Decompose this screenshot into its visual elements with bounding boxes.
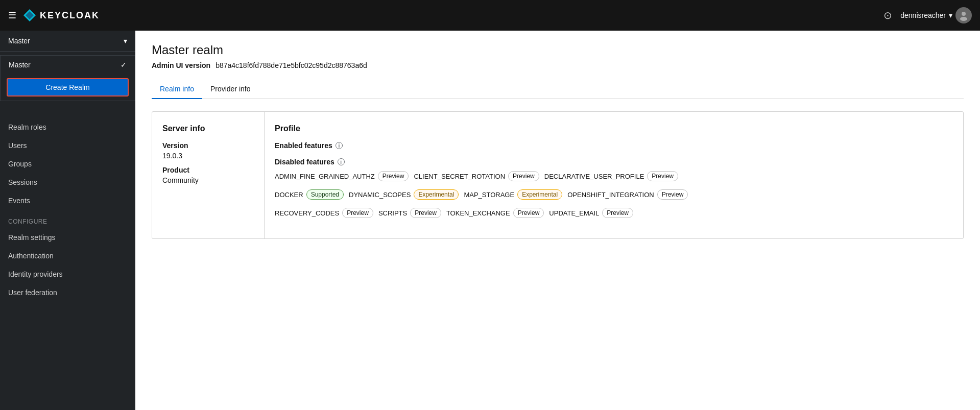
badge-preview: Preview xyxy=(378,171,409,181)
feature-name: UPDATE_EMAIL xyxy=(549,209,599,217)
svg-point-2 xyxy=(962,12,966,16)
sidebar-item-label: User federation xyxy=(8,288,57,297)
sidebar-item-groups[interactable]: Groups xyxy=(0,155,135,173)
feature-client-secret-rotation: CLIENT_SECRET_ROTATION Preview xyxy=(414,171,539,181)
sidebar-item-label: Identity providers xyxy=(8,270,63,278)
version-label: Version xyxy=(162,141,254,150)
feature-name: RECOVERY_CODES xyxy=(275,209,339,217)
main-content: Master realm Admin UI version b87a4c18f6… xyxy=(135,31,980,410)
server-info-panel: Server info Version 19.0.3 Product Commu… xyxy=(152,112,265,238)
sidebar-item-label: Realm roles xyxy=(8,123,46,131)
feature-name: MAP_STORAGE xyxy=(464,191,514,199)
enabled-features-label: Enabled features i xyxy=(275,141,953,150)
tab-label: Realm info xyxy=(160,85,194,93)
hamburger-menu-icon[interactable]: ☰ xyxy=(8,10,16,21)
badge-preview: Preview xyxy=(513,208,544,218)
realm-option-label: Master xyxy=(9,61,31,69)
badge-preview: Preview xyxy=(342,208,373,218)
logo-text: KEYCLOAK xyxy=(40,10,100,21)
badge-preview: Preview xyxy=(602,208,633,218)
user-info[interactable]: dennisreacher ▾ xyxy=(900,7,972,23)
sidebar-item-events[interactable]: Events xyxy=(0,191,135,210)
feature-name: SCRIPTS xyxy=(378,209,407,217)
sidebar-item-label: Groups xyxy=(8,160,32,168)
tabs: Realm info Provider info xyxy=(152,80,964,99)
sidebar-nav: Realm roles Users Groups Sessions Events… xyxy=(0,118,135,302)
navbar-right: ⊙ dennisreacher ▾ xyxy=(883,7,972,23)
sidebar-item-user-federation[interactable]: User federation xyxy=(0,283,135,302)
disabled-features-row-2: DOCKER Supported DYNAMIC_SCOPES Experime… xyxy=(275,189,953,200)
feature-update-email: UPDATE_EMAIL Preview xyxy=(549,208,633,218)
configure-section-label: Configure xyxy=(0,210,135,228)
realm-dropdown-container: Master ▾ Master ✓ Create Realm xyxy=(0,31,135,52)
realm-dropdown-menu: Master ✓ Create Realm xyxy=(0,55,135,101)
disabled-features-label: Disabled features i xyxy=(275,158,953,166)
sidebar-item-realm-settings[interactable]: Realm settings xyxy=(0,228,135,247)
avatar xyxy=(955,7,972,23)
info-panels: Server info Version 19.0.3 Product Commu… xyxy=(152,111,964,239)
admin-ui-version-value: b87a4c18f6fd788de71e5bfc02c95d2c88763a6d xyxy=(216,61,367,69)
admin-ui-version-row: Admin UI version b87a4c18f6fd788de71e5bf… xyxy=(152,61,964,69)
feature-name: DOCKER xyxy=(275,191,303,199)
profile-title: Profile xyxy=(275,124,953,133)
disabled-features-info-icon[interactable]: i xyxy=(338,158,345,165)
feature-declarative-user-profile: DECLARATIVE_USER_PROFILE Preview xyxy=(544,171,678,181)
sidebar-item-identity-providers[interactable]: Identity providers xyxy=(0,265,135,283)
feature-name: DECLARATIVE_USER_PROFILE xyxy=(544,173,644,180)
product-label: Product xyxy=(162,166,254,174)
checkmark-icon: ✓ xyxy=(121,61,127,69)
navbar: ☰ KEYCLOAK ⊙ dennisreacher ▾ xyxy=(0,0,980,31)
help-icon[interactable]: ⊙ xyxy=(883,9,892,21)
feature-name: TOKEN_EXCHANGE xyxy=(446,209,510,217)
server-info-title: Server info xyxy=(162,124,254,133)
sidebar-item-authentication[interactable]: Authentication xyxy=(0,247,135,265)
feature-admin-fine-grained: ADMIN_FINE_GRAINED_AUTHZ Preview xyxy=(275,171,409,181)
enabled-features-info-icon[interactable]: i xyxy=(336,142,343,149)
create-realm-button[interactable]: Create Realm xyxy=(7,78,129,97)
sidebar-item-users[interactable]: Users xyxy=(0,136,135,155)
logo-icon xyxy=(22,8,37,22)
realm-option-master[interactable]: Master ✓ xyxy=(1,56,135,74)
tab-realm-info[interactable]: Realm info xyxy=(152,80,202,99)
svg-point-3 xyxy=(960,17,967,21)
navbar-left: ☰ KEYCLOAK xyxy=(8,8,100,22)
badge-preview: Preview xyxy=(508,171,539,181)
badge-experimental: Experimental xyxy=(517,189,562,200)
feature-name: ADMIN_FINE_GRAINED_AUTHZ xyxy=(275,173,375,180)
disabled-features-row-1: ADMIN_FINE_GRAINED_AUTHZ Preview CLIENT_… xyxy=(275,171,953,181)
realm-select[interactable]: Master ▾ xyxy=(0,31,135,52)
tab-provider-info[interactable]: Provider info xyxy=(202,80,259,99)
sidebar-item-realm-roles[interactable]: Realm roles xyxy=(0,118,135,136)
feature-recovery-codes: RECOVERY_CODES Preview xyxy=(275,208,373,218)
disabled-features-row-3: RECOVERY_CODES Preview SCRIPTS Preview T… xyxy=(275,208,953,218)
page-title: Master realm xyxy=(152,43,964,57)
feature-map-storage: MAP_STORAGE Experimental xyxy=(464,189,562,200)
realm-selected-label: Master xyxy=(8,37,30,45)
realm-dropdown-chevron-icon: ▾ xyxy=(124,37,127,45)
sidebar-item-label: Realm settings xyxy=(8,233,56,242)
feature-token-exchange: TOKEN_EXCHANGE Preview xyxy=(446,208,544,218)
sidebar-item-label: Sessions xyxy=(8,178,37,186)
badge-preview: Preview xyxy=(647,171,678,181)
profile-panel: Profile Enabled features i Disabled feat… xyxy=(265,112,963,238)
sidebar-item-label: Authentication xyxy=(8,252,54,260)
product-value: Community xyxy=(162,176,254,184)
sidebar-item-sessions[interactable]: Sessions xyxy=(0,173,135,191)
feature-scripts: SCRIPTS Preview xyxy=(378,208,441,218)
feature-docker: DOCKER Supported xyxy=(275,189,344,200)
badge-supported: Supported xyxy=(306,189,344,200)
user-dropdown-icon: ▾ xyxy=(949,11,952,19)
sidebar-item-label: Events xyxy=(8,197,30,205)
feature-name: OPENSHIFT_INTEGRATION xyxy=(567,191,654,199)
feature-openshift-integration: OPENSHIFT_INTEGRATION Preview xyxy=(567,189,688,200)
app-layout: Master ▾ Master ✓ Create Realm Realm rol… xyxy=(0,31,980,410)
feature-dynamic-scopes: DYNAMIC_SCOPES Experimental xyxy=(349,189,459,200)
tab-label: Provider info xyxy=(210,85,251,93)
logo: KEYCLOAK xyxy=(22,8,100,22)
badge-preview: Preview xyxy=(410,208,441,218)
sidebar-item-label: Users xyxy=(8,141,27,150)
version-value: 19.0.3 xyxy=(162,152,254,160)
admin-ui-version-label: Admin UI version xyxy=(152,61,210,69)
feature-name: CLIENT_SECRET_ROTATION xyxy=(414,173,505,180)
badge-experimental: Experimental xyxy=(414,189,459,200)
